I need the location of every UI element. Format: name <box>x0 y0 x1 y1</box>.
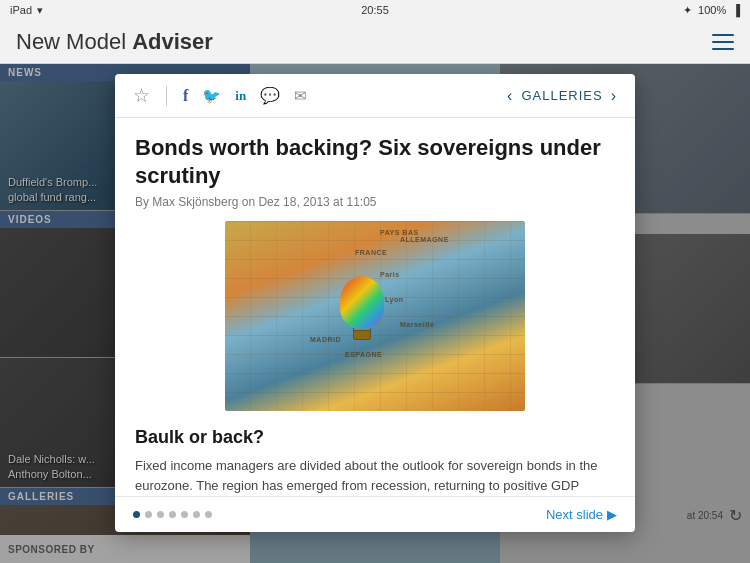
bookmark-icon[interactable]: ☆ <box>133 86 150 105</box>
dot-5[interactable] <box>181 511 188 518</box>
dot-7[interactable] <box>205 511 212 518</box>
balloon-rope-left <box>353 328 354 336</box>
dot-4[interactable] <box>169 511 176 518</box>
map-label-france: FRANCE <box>355 249 387 256</box>
map-label-allemagne: ALLEMAGNE <box>400 236 449 243</box>
dot-6[interactable] <box>193 511 200 518</box>
status-bar: iPad ▾ 20:55 ✦ 100% ▐ <box>0 0 750 20</box>
dot-2[interactable] <box>145 511 152 518</box>
facebook-icon[interactable]: f <box>183 88 188 104</box>
article-title: Bonds worth backing? Six sovereigns unde… <box>135 134 615 189</box>
app-title: New Model Adviser <box>16 29 213 55</box>
article-toolbar: ☆ f 🐦 in 💬 ✉ ‹ GALLERIES › <box>115 74 635 118</box>
map-label-marseille: Marseille <box>400 321 434 328</box>
map-label-lyon: Lyon <box>385 296 403 303</box>
status-left: iPad ▾ <box>10 4 43 17</box>
article-image-container: FRANCE ALLEMAGNE PAYS BAS ESPAGNE MADRID… <box>135 221 615 415</box>
status-time: 20:55 <box>361 4 389 16</box>
hamburger-line-1 <box>712 34 734 36</box>
map-label-paysbas: PAYS BAS <box>380 229 419 236</box>
article-footer: Next slide ▶ <box>115 496 635 532</box>
battery-label: 100% <box>698 4 726 16</box>
battery-icon: ▐ <box>732 4 740 16</box>
twitter-icon[interactable]: 🐦 <box>202 88 221 103</box>
section-text: Fixed income managers are divided about … <box>135 456 615 496</box>
gallery-prev-arrow[interactable]: ‹ <box>507 87 513 105</box>
hamburger-line-3 <box>712 48 734 50</box>
dot-1[interactable] <box>133 511 140 518</box>
map-label-madrid: MADRID <box>310 336 341 343</box>
article-byline: By Max Skjönsberg on Dez 18, 2013 at 11:… <box>135 195 615 209</box>
next-slide-label: Next slide <box>546 507 603 522</box>
status-right: ✦ 100% ▐ <box>683 4 740 17</box>
dot-3[interactable] <box>157 511 164 518</box>
toolbar-separator <box>166 86 167 106</box>
article-card: ☆ f 🐦 in 💬 ✉ ‹ GALLERIES › Bonds worth b… <box>115 74 635 532</box>
nav-bar: New Model Adviser <box>0 20 750 64</box>
linkedin-icon[interactable]: in <box>235 89 246 102</box>
comment-icon[interactable]: 💬 <box>260 88 280 104</box>
balloon-basket <box>353 330 371 340</box>
gallery-nav[interactable]: ‹ GALLERIES › <box>507 87 617 105</box>
balloon-body <box>340 276 384 328</box>
pagination-dots <box>133 511 212 518</box>
map-label-espagne: ESPAGNE <box>345 351 382 358</box>
wifi-icon: ▾ <box>37 4 43 17</box>
hamburger-menu-button[interactable] <box>712 34 734 50</box>
balloon-rope-right <box>370 328 371 336</box>
article-body: Bonds worth backing? Six sovereigns unde… <box>115 118 635 496</box>
galleries-label[interactable]: GALLERIES <box>521 88 602 103</box>
gallery-next-arrow[interactable]: › <box>611 87 617 105</box>
hot-air-balloon <box>340 276 384 340</box>
hamburger-line-2 <box>712 41 734 43</box>
next-slide-button[interactable]: Next slide ▶ <box>546 507 617 522</box>
email-icon[interactable]: ✉ <box>294 88 307 103</box>
article-image: FRANCE ALLEMAGNE PAYS BAS ESPAGNE MADRID… <box>225 221 525 411</box>
bluetooth-icon: ✦ <box>683 4 692 17</box>
toolbar-actions: ☆ f 🐦 in 💬 ✉ <box>133 86 307 106</box>
app-title-bold: Adviser <box>132 29 213 54</box>
next-slide-arrow: ▶ <box>607 507 617 522</box>
section-heading: Baulk or back? <box>135 427 615 448</box>
modal-overlay: ☆ f 🐦 in 💬 ✉ ‹ GALLERIES › Bonds worth b… <box>0 64 750 563</box>
carrier-label: iPad <box>10 4 32 16</box>
app-title-light: New Model <box>16 29 132 54</box>
